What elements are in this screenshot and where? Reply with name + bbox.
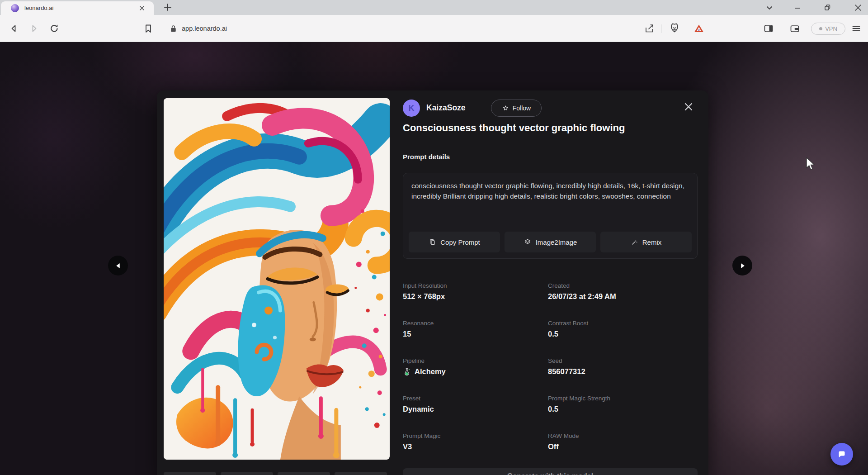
forward-button[interactable] (28, 23, 39, 34)
lock-icon (169, 24, 178, 33)
brave-shield-lion-icon[interactable] (669, 23, 680, 34)
avatar-letter: K (409, 104, 415, 113)
image2image-button[interactable]: Image2Image (505, 232, 596, 252)
thumbnail-strip[interactable] (164, 472, 390, 475)
toolbar-divider (661, 24, 661, 33)
username[interactable]: KaizaSoze (426, 103, 466, 113)
remix-label: Remix (642, 238, 662, 246)
generated-artwork-image (164, 98, 390, 460)
new-tab-button[interactable] (163, 2, 173, 12)
browser-toolbar: app.leonardo.ai VPN (0, 15, 868, 42)
remix-button[interactable]: Remix (600, 232, 692, 252)
copy-prompt-label: Copy Prompt (440, 238, 480, 246)
user-avatar[interactable]: K (403, 100, 420, 117)
detail-cell: Contrast Boost 0.5 (548, 320, 698, 357)
previous-image-button[interactable] (108, 256, 128, 276)
generation-details-grid: Input Resolution 512 × 768px Created 26/… (403, 282, 698, 470)
vpn-button[interactable]: VPN (811, 23, 845, 35)
flask-icon (403, 368, 411, 376)
vpn-status-dot (819, 27, 822, 30)
detail-cell: Prompt Magic Strength 0.5 (548, 395, 698, 432)
back-button[interactable] (9, 23, 19, 34)
reload-button[interactable] (49, 23, 60, 34)
window-minimize-button[interactable] (792, 2, 803, 13)
chat-bubble-icon (836, 449, 847, 460)
support-chat-button[interactable] (830, 443, 853, 466)
modal-close-icon[interactable] (683, 101, 694, 113)
generate-with-model-button[interactable]: Generate with this model (403, 468, 698, 475)
image-detail-modal: K KaizaSoze Follow Consciousness thought… (157, 90, 708, 475)
prompt-actions: Copy Prompt Image2Image Remix (409, 232, 692, 252)
image2image-label: Image2Image (536, 238, 577, 246)
detail-cell: Input Resolution 512 × 768px (403, 282, 548, 320)
detail-cell: Seed 856077312 (548, 357, 698, 395)
brave-rewards-triangle-icon[interactable] (693, 23, 704, 34)
layers-icon (524, 238, 532, 246)
vpn-label: VPN (825, 25, 837, 32)
window-restore-button[interactable] (822, 2, 833, 13)
mouse-cursor (806, 157, 816, 171)
thumbnail[interactable] (164, 472, 216, 475)
detail-cell: Prompt Magic V3 (403, 432, 548, 470)
bookmark-icon[interactable] (143, 23, 154, 34)
browser-tab-bar: leonardo.ai (0, 0, 868, 15)
pipeline-value: Alchemy (415, 367, 446, 376)
thumbnail[interactable] (278, 472, 330, 475)
prompt-text: consciousness thought vector graphic flo… (403, 173, 697, 202)
wallet-icon[interactable] (789, 23, 800, 34)
thumbnail[interactable] (335, 472, 387, 475)
detail-cell: Pipeline Alchemy (403, 357, 548, 395)
detail-cell: Resonance 15 (403, 320, 548, 357)
image-title: Consciousness thought vector graphic flo… (403, 122, 706, 134)
prompt-details-heading: Prompt details (403, 153, 450, 161)
detail-cell: RAW Mode Off (548, 432, 698, 470)
prompt-details-box: consciousness thought vector graphic flo… (403, 173, 698, 259)
follow-button[interactable]: Follow (491, 100, 542, 117)
chevron-left-icon (115, 263, 121, 269)
next-image-button[interactable] (732, 256, 752, 276)
wand-icon (631, 238, 638, 246)
window-close-button[interactable] (853, 2, 863, 13)
follow-label: Follow (513, 104, 531, 112)
detail-cell: Preset Dynamic (403, 395, 548, 432)
site-favicon-icon (11, 4, 19, 12)
tab-title: leonardo.ai (24, 1, 53, 15)
url-text: app.leonardo.ai (182, 15, 227, 42)
tab-search-chevron-icon[interactable] (764, 2, 775, 13)
copy-prompt-button[interactable]: Copy Prompt (409, 232, 500, 252)
detail-cell: Created 26/07/23 at 2:49 AM (548, 282, 698, 320)
copy-icon (429, 238, 436, 246)
sidebar-panel-icon[interactable] (763, 23, 774, 34)
browser-tab[interactable]: leonardo.ai (1, 1, 154, 15)
share-icon[interactable] (644, 23, 655, 34)
tab-close-icon[interactable] (138, 5, 146, 12)
thumbnail[interactable] (221, 472, 273, 475)
menu-hamburger-icon[interactable] (851, 23, 862, 34)
chevron-right-icon (740, 263, 745, 269)
star-icon (502, 104, 509, 112)
artwork-illustration (164, 98, 390, 460)
